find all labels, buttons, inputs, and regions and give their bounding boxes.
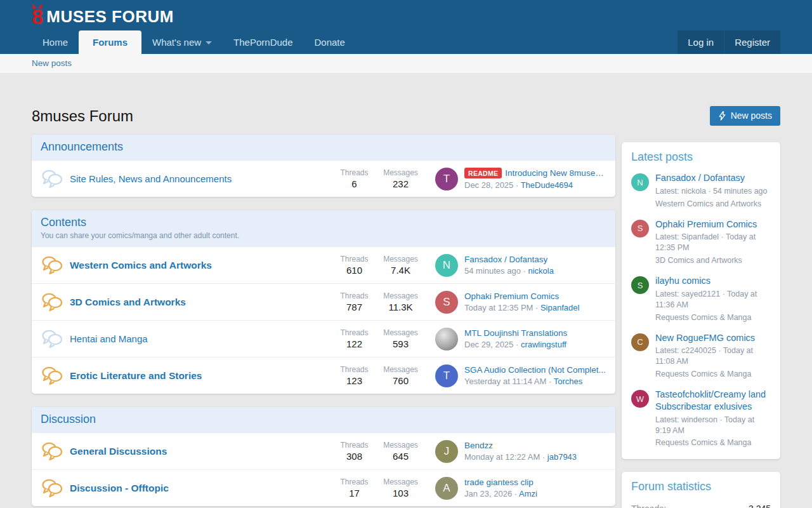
avatar[interactable] <box>435 328 458 351</box>
avatar[interactable]: T <box>435 168 458 190</box>
subnav-link-new-posts[interactable]: New posts <box>32 54 72 73</box>
threads-label: Threads <box>331 441 377 450</box>
sidebar: Latest posts NFansadox / DofantasyLatest… <box>622 135 780 508</box>
latest-post-title[interactable]: Fansadox / Dofantasy <box>655 172 768 184</box>
nav-item-home[interactable]: Home <box>32 30 79 54</box>
last-post-user[interactable]: jab7943 <box>547 452 577 462</box>
page-title: 8muses Forum <box>32 107 133 125</box>
last-post-user[interactable]: crawlingstuff <box>521 340 566 349</box>
forum-link-hentai-and-manga[interactable]: Hentai and Manga <box>63 333 331 344</box>
last-post-meta: Monday at 12:22 AM · jab7943 <box>464 452 606 462</box>
latest-post-meta: Latest: nickola · 54 minutes ago <box>655 186 768 197</box>
last-post-title[interactable]: MTL Doujinshi Translations <box>464 328 567 338</box>
forum-link-general-discussions[interactable]: General Discussions <box>63 446 331 457</box>
category-block-announcements: AnnouncementsSite Rules, News and Announ… <box>32 135 615 197</box>
avatar[interactable]: A <box>435 477 458 500</box>
forum-link-western-comics-and-artworks[interactable]: Western Comics and Artworks <box>63 260 331 271</box>
messages-label: Messages <box>377 291 424 300</box>
nav-item-theporndude[interactable]: ThePornDude <box>223 30 303 54</box>
forum-row: Western Comics and ArtworksThreads610Mes… <box>32 246 615 283</box>
last-post-title[interactable]: Fansadox / Dofantasy <box>464 255 547 264</box>
messages-label: Messages <box>377 441 424 450</box>
category-title[interactable]: Announcements <box>41 140 606 154</box>
last-post-title[interactable]: Bendzz <box>464 441 493 450</box>
avatar[interactable]: S <box>631 276 649 294</box>
latest-post-title[interactable]: Ophaki Premium Comics <box>655 218 771 231</box>
readme-badge: README <box>464 168 502 178</box>
latest-post-forum: Western Comics and Artworks <box>655 199 768 210</box>
latest-posts-heading: Latest posts <box>631 150 771 164</box>
latest-post-body: Tasteofchoklit/Creamy land Subscribestar… <box>655 389 771 448</box>
forum-stats: Threads17Messages103 <box>331 478 424 498</box>
forum-chat-icon <box>41 478 63 498</box>
forum-link-site-rules-news-and-announcements[interactable]: Site Rules, News and Announcements <box>63 173 331 184</box>
avatar[interactable]: W <box>631 390 649 408</box>
category-header: ContentsYou can share your comics/manga … <box>32 210 615 246</box>
forum-chat-icon <box>41 441 63 461</box>
forum-row: Discussion - OfftopicThreads17Messages10… <box>32 469 615 506</box>
chevron-down-icon <box>206 41 212 44</box>
latest-post-forum: Requests Comics & Manga <box>655 438 771 448</box>
avatar[interactable]: N <box>631 173 649 191</box>
latest-post-title[interactable]: Tasteofchoklit/Creamy land Subscribestar… <box>655 389 771 413</box>
latest-post-title[interactable]: ilayhu comics <box>655 275 771 287</box>
last-post-user[interactable]: Sipanfadel <box>540 303 579 312</box>
forum-row: Erotic Literature and StoriesThreads123M… <box>32 357 615 394</box>
threads-label: Threads <box>331 365 377 374</box>
last-post-title[interactable]: Ophaki Premium Comics <box>464 291 559 301</box>
last-post-title[interactable]: SGA Audio Collection (Not Complet... <box>464 365 606 375</box>
new-posts-button[interactable]: New posts <box>710 106 780 126</box>
latest-post-item: NFansadox / DofantasyLatest: nickola · 5… <box>631 172 771 210</box>
category-title[interactable]: Discussion <box>41 413 606 426</box>
last-post-user[interactable]: TheDude4694 <box>521 180 573 190</box>
threads-label: Threads <box>331 291 377 300</box>
avatar[interactable]: C <box>631 333 649 351</box>
forum-link-3d-comics-and-artworks[interactable]: 3D Comics and Artworks <box>63 297 331 308</box>
latest-post-title[interactable]: New RogueFMG comics <box>655 332 771 344</box>
avatar[interactable]: S <box>435 291 458 314</box>
category-header: Announcements <box>32 135 615 160</box>
last-post-user[interactable]: Torches <box>554 377 583 386</box>
category-header: Discussion <box>32 407 615 432</box>
log-in-button[interactable]: Log in <box>678 30 724 54</box>
category-description: You can share your comics/manga and othe… <box>41 231 606 240</box>
forum-stats: Threads308Messages645 <box>331 441 424 462</box>
forum-row: 3D Comics and ArtworksThreads787Messages… <box>32 283 615 320</box>
forum-link-discussion-offtopic[interactable]: Discussion - Offtopic <box>63 483 331 494</box>
last-post-line: READMEIntroducing New 8muses ... <box>464 168 606 178</box>
avatar[interactable]: J <box>435 440 458 463</box>
avatar[interactable]: N <box>435 254 458 277</box>
threads-stat: Threads122 <box>331 328 377 349</box>
threads-label: Threads <box>331 328 377 337</box>
forum-icon-wrap <box>41 255 63 275</box>
latest-post-item: Silayhu comicsLatest: sayed2121 · Today … <box>631 275 771 323</box>
last-post-title[interactable]: trade giantess clip <box>464 478 534 487</box>
main-nav: HomeForumsWhat's newThePornDudeDonate Lo… <box>0 30 812 54</box>
nav-item-forums[interactable]: Forums <box>79 30 141 54</box>
threads-count: 610 <box>331 265 377 276</box>
last-post-info: BendzzMonday at 12:22 AM · jab7943 <box>464 441 606 462</box>
logo-text: MUSES FORUM <box>46 8 174 25</box>
forum-link-erotic-literature-and-stories[interactable]: Erotic Literature and Stories <box>63 370 331 382</box>
nav-item-what-s-new[interactable]: What's new <box>141 30 223 54</box>
forum-chat-icon <box>41 169 63 189</box>
category-title[interactable]: Contents <box>41 216 606 229</box>
messages-count: 7.4K <box>377 265 424 276</box>
last-post-title[interactable]: Introducing New 8muses ... <box>505 168 606 178</box>
latest-post-body: ilayhu comicsLatest: sayed2121 · Today a… <box>655 275 771 323</box>
site-logo[interactable]: 8 MUSES FORUM <box>32 0 174 30</box>
forum-stats: Threads123Messages760 <box>331 365 424 386</box>
threads-stat: Threads17 <box>331 478 377 498</box>
nav-item-donate[interactable]: Donate <box>304 30 356 54</box>
last-post-line: Ophaki Premium Comics <box>464 291 606 301</box>
register-button[interactable]: Register <box>724 30 780 54</box>
threads-stat: Threads610 <box>331 255 377 276</box>
messages-stat: Messages7.4K <box>377 255 424 276</box>
latest-post-body: Ophaki Premium ComicsLatest: Sipanfadel … <box>655 218 771 266</box>
forum-chat-icon <box>41 255 63 275</box>
latest-post-body: New RogueFMG comicsLatest: c2240025 · To… <box>655 332 771 380</box>
last-post-user[interactable]: nickola <box>528 266 553 276</box>
avatar[interactable]: S <box>631 220 649 237</box>
last-post-user[interactable]: Amzi <box>519 489 537 498</box>
avatar[interactable]: T <box>435 364 458 387</box>
